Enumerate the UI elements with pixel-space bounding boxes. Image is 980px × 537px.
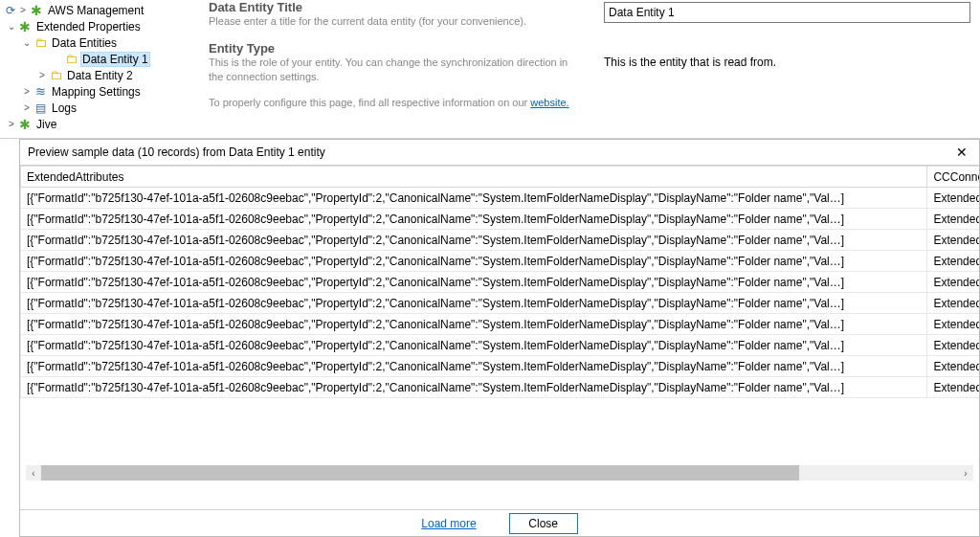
tree-item-label: AWS Management [46,4,145,17]
table-row[interactable]: [{"FormatId":"b725f130-47ef-101a-a5f1-02… [21,335,980,356]
close-button[interactable]: Close [509,513,578,534]
cell-extended-attributes: [{"FormatId":"b725f130-47ef-101a-a5f1-02… [21,230,927,251]
folder-icon: 🗀 [33,35,48,51]
preview-table: ExtendedAttributes CCConnectionName CCDa… [20,166,979,398]
load-more-link[interactable]: Load more [421,517,476,530]
chevron-right-icon[interactable]: > [17,5,29,15]
tree-item[interactable]: >▤Logs [4,100,191,116]
preview-footer: Load more Close [20,509,979,536]
navigation-tree: ⟳>✱AWS Management⌄✱Extended Properties⌄🗀… [0,0,191,138]
tree-item-label: Data Entities [50,36,119,50]
cell-cc-connection-name: Extended Properties [927,293,979,314]
form-panel: Data Entity Title Please enter a title f… [191,0,980,138]
cell-extended-attributes: [{"FormatId":"b725f130-47ef-101a-a5f1-02… [21,314,927,335]
refresh-icon[interactable]: ⟳ [6,4,15,17]
tree-item-label: Data Entity 2 [65,69,135,82]
table-row[interactable]: [{"FormatId":"b725f130-47ef-101a-a5f1-02… [21,209,980,230]
cell-extended-attributes: [{"FormatId":"b725f130-47ef-101a-a5f1-02… [21,335,927,356]
folder-icon: 🗀 [48,68,63,83]
table-row[interactable]: [{"FormatId":"b725f130-47ef-101a-a5f1-02… [21,188,980,209]
cell-cc-connection-name: Extended Properties [927,272,979,293]
cell-extended-attributes: [{"FormatId":"b725f130-47ef-101a-a5f1-02… [21,356,927,377]
preview-title: Preview sample data (10 records) from Da… [28,145,325,159]
puzzle-icon: ✱ [17,117,33,132]
cell-extended-attributes: [{"FormatId":"b725f130-47ef-101a-a5f1-02… [21,209,927,230]
cell-cc-connection-name: Extended Properties [927,377,979,398]
table-row[interactable]: [{"FormatId":"b725f130-47ef-101a-a5f1-02… [21,293,980,314]
scroll-thumb[interactable] [41,465,799,481]
folder-icon: 🗀 [63,52,78,67]
table-header-row: ExtendedAttributes CCConnectionName CCDa… [21,167,980,188]
table-row[interactable]: [{"FormatId":"b725f130-47ef-101a-a5f1-02… [21,251,980,272]
cell-cc-connection-name: Extended Properties [927,209,979,230]
cell-extended-attributes: [{"FormatId":"b725f130-47ef-101a-a5f1-02… [21,377,927,398]
cell-extended-attributes: [{"FormatId":"b725f130-47ef-101a-a5f1-02… [21,188,927,209]
puzzle-icon: ✱ [29,3,44,18]
cell-extended-attributes: [{"FormatId":"b725f130-47ef-101a-a5f1-02… [21,251,927,272]
cell-cc-connection-name: Extended Properties [927,251,979,272]
cell-cc-connection-name: Extended Properties [927,314,979,335]
entity-type-desc: This is the role of your entity. You can… [209,56,575,83]
table-row[interactable]: [{"FormatId":"b725f130-47ef-101a-a5f1-02… [21,377,980,398]
chevron-down-icon[interactable]: ⌄ [21,37,33,48]
cell-cc-connection-name: Extended Properties [927,335,979,356]
close-icon[interactable]: ✕ [952,145,971,160]
chevron-down-icon[interactable]: ⌄ [6,21,17,32]
chevron-right-icon[interactable]: > [21,102,33,113]
tree-item[interactable]: >🗀Data Entity 2 [4,67,191,83]
cell-cc-connection-name: Extended Properties [927,188,979,209]
entity-type-value: This is the entity that is read from. [604,56,776,69]
scroll-right-icon[interactable]: › [958,465,973,481]
tree-item[interactable]: >✱Jive [4,116,191,132]
entity-type-heading: Entity Type [209,41,575,56]
cell-extended-attributes: [{"FormatId":"b725f130-47ef-101a-a5f1-02… [21,293,927,314]
puzzle-icon: ✱ [17,19,33,34]
cell-extended-attributes: [{"FormatId":"b725f130-47ef-101a-a5f1-02… [21,272,927,293]
entity-title-input[interactable] [604,2,970,23]
tree-item-label: Logs [50,101,78,115]
tree-item[interactable]: ⟳>✱AWS Management [4,2,191,18]
table-row[interactable]: [{"FormatId":"b725f130-47ef-101a-a5f1-02… [21,314,980,335]
mapping-icon: ≋ [33,84,48,100]
website-hint: To properly configure this page, find al… [209,97,970,108]
tree-item-label: Extended Properties [34,20,143,34]
preview-panel: Preview sample data (10 records) from Da… [19,139,980,537]
tree-item[interactable]: ⌄✱Extended Properties [4,18,191,34]
horizontal-scrollbar[interactable]: ‹ › [26,465,973,481]
tree-item[interactable]: >≋Mapping Settings [4,83,191,100]
tree-item[interactable]: 🗀Data Entity 1 [4,51,191,67]
table-row[interactable]: [{"FormatId":"b725f130-47ef-101a-a5f1-02… [21,272,980,293]
tree-item-label: Jive [34,118,58,131]
website-link[interactable]: website. [530,97,568,108]
table-row[interactable]: [{"FormatId":"b725f130-47ef-101a-a5f1-02… [21,230,980,251]
chevron-right-icon[interactable]: > [6,119,17,129]
chevron-right-icon[interactable]: > [36,70,48,80]
tree-item[interactable]: ⌄🗀Data Entities [4,34,191,51]
scroll-left-icon[interactable]: ‹ [26,465,41,481]
tree-item-label: Mapping Settings [50,85,143,99]
logs-icon: ▤ [33,101,48,116]
cell-cc-connection-name: Extended Properties [927,230,979,251]
entity-title-heading: Data Entity Title [209,0,575,14]
table-row[interactable]: [{"FormatId":"b725f130-47ef-101a-a5f1-02… [21,356,980,377]
entity-title-desc: Please enter a title for the current dat… [209,14,575,28]
tree-item-label: Data Entity 1 [80,52,150,67]
chevron-right-icon[interactable]: > [21,86,33,97]
column-extended-attributes[interactable]: ExtendedAttributes [21,167,927,188]
column-cc-connection-name[interactable]: CCConnectionName [927,167,979,188]
cell-cc-connection-name: Extended Properties [927,356,979,377]
